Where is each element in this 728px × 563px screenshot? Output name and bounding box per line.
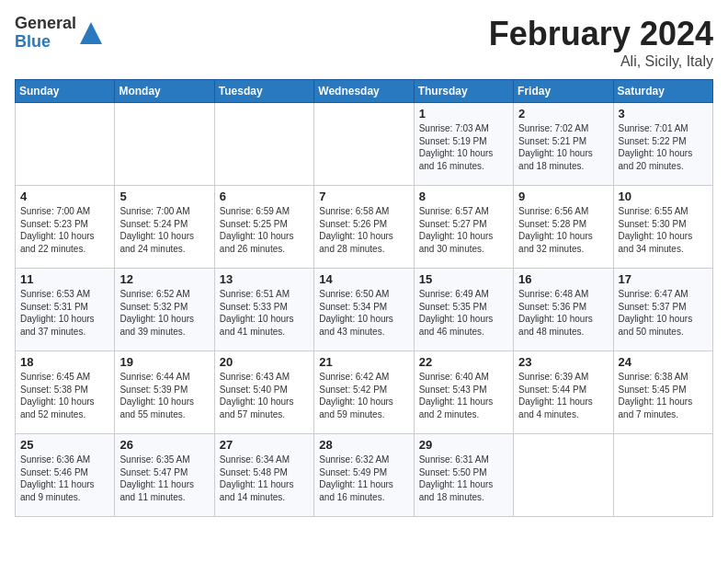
calendar-cell [214,103,313,186]
cell-content: Sunrise: 6:53 AM Sunset: 5:31 PM Dayligh… [20,288,109,338]
calendar-cell: 26Sunrise: 6:35 AM Sunset: 5:47 PM Dayli… [115,434,214,517]
calendar-cell: 8Sunrise: 6:57 AM Sunset: 5:27 PM Daylig… [414,186,513,269]
day-number: 22 [419,355,508,369]
svg-marker-0 [80,22,102,44]
calendar-cell: 28Sunrise: 6:32 AM Sunset: 5:49 PM Dayli… [314,434,414,517]
day-number: 10 [619,190,708,203]
logo-blue: Blue [15,33,76,52]
calendar-cell: 10Sunrise: 6:55 AM Sunset: 5:30 PM Dayli… [613,186,712,269]
calendar-week-row: 11Sunrise: 6:53 AM Sunset: 5:31 PM Dayli… [16,269,713,351]
calendar-cell: 12Sunrise: 6:52 AM Sunset: 5:32 PM Dayli… [115,269,214,351]
month-year-title: February 2024 [489,15,713,53]
logo-text: General Blue [15,15,76,52]
day-number: 3 [619,107,708,121]
calendar-cell: 22Sunrise: 6:40 AM Sunset: 5:43 PM Dayli… [414,351,513,434]
day-number: 24 [619,355,708,369]
day-number: 2 [518,107,608,121]
cell-content: Sunrise: 6:44 AM Sunset: 5:39 PM Dayligh… [119,371,209,420]
location-subtitle: Ali, Sicily, Italy [489,53,713,70]
calendar-cell: 18Sunrise: 6:45 AM Sunset: 5:38 PM Dayli… [16,351,115,434]
cell-content: Sunrise: 6:51 AM Sunset: 5:33 PM Dayligh… [220,288,309,338]
day-of-week-header: Saturday [613,80,712,103]
day-number: 9 [518,190,608,203]
calendar-week-row: 25Sunrise: 6:36 AM Sunset: 5:46 PM Dayli… [16,434,713,517]
calendar-cell [115,103,214,186]
calendar-cell: 24Sunrise: 6:38 AM Sunset: 5:45 PM Dayli… [613,351,712,434]
day-number: 21 [319,355,408,369]
header-row: SundayMondayTuesdayWednesdayThursdayFrid… [16,80,713,103]
day-number: 13 [220,272,309,286]
cell-content: Sunrise: 6:52 AM Sunset: 5:32 PM Dayligh… [119,288,209,338]
cell-content: Sunrise: 6:47 AM Sunset: 5:37 PM Dayligh… [619,288,708,338]
cell-content: Sunrise: 7:00 AM Sunset: 5:24 PM Dayligh… [119,205,209,255]
calendar-cell: 14Sunrise: 6:50 AM Sunset: 5:34 PM Dayli… [314,269,414,351]
calendar-cell: 23Sunrise: 6:39 AM Sunset: 5:44 PM Dayli… [514,351,613,434]
calendar-week-row: 4Sunrise: 7:00 AM Sunset: 5:23 PM Daylig… [16,186,713,269]
cell-content: Sunrise: 6:31 AM Sunset: 5:50 PM Dayligh… [419,454,508,503]
day-of-week-header: Tuesday [214,80,313,103]
day-of-week-header: Wednesday [314,80,414,103]
calendar-cell [16,103,115,186]
day-number: 25 [20,438,109,452]
cell-content: Sunrise: 6:43 AM Sunset: 5:40 PM Dayligh… [220,371,309,420]
page-header: General Blue February 2024 Ali, Sicily, … [15,15,713,70]
calendar-cell: 16Sunrise: 6:48 AM Sunset: 5:36 PM Dayli… [514,269,613,351]
logo: General Blue [15,15,104,52]
calendar-table: SundayMondayTuesdayWednesdayThursdayFrid… [15,79,713,517]
calendar-cell: 17Sunrise: 6:47 AM Sunset: 5:37 PM Dayli… [613,269,712,351]
calendar-cell: 29Sunrise: 6:31 AM Sunset: 5:50 PM Dayli… [414,434,513,517]
calendar-header: SundayMondayTuesdayWednesdayThursdayFrid… [16,80,713,103]
cell-content: Sunrise: 6:39 AM Sunset: 5:44 PM Dayligh… [518,371,608,420]
calendar-cell: 5Sunrise: 7:00 AM Sunset: 5:24 PM Daylig… [115,186,214,269]
day-of-week-header: Thursday [414,80,513,103]
day-number: 6 [220,190,309,203]
calendar-week-row: 18Sunrise: 6:45 AM Sunset: 5:38 PM Dayli… [16,351,713,434]
calendar-cell [514,434,613,517]
cell-content: Sunrise: 7:01 AM Sunset: 5:22 PM Dayligh… [619,122,708,172]
cell-content: Sunrise: 6:49 AM Sunset: 5:35 PM Dayligh… [419,288,508,338]
day-of-week-header: Sunday [16,80,115,103]
calendar-body: 1Sunrise: 7:03 AM Sunset: 5:19 PM Daylig… [16,103,713,517]
day-of-week-header: Friday [514,80,613,103]
calendar-cell: 25Sunrise: 6:36 AM Sunset: 5:46 PM Dayli… [16,434,115,517]
logo-icon [78,20,104,46]
day-number: 27 [220,438,309,452]
cell-content: Sunrise: 6:38 AM Sunset: 5:45 PM Dayligh… [619,371,708,420]
day-number: 4 [20,190,109,203]
day-number: 1 [419,107,508,121]
day-number: 7 [319,190,408,203]
day-number: 19 [119,355,209,369]
day-number: 5 [119,190,209,203]
calendar-cell: 19Sunrise: 6:44 AM Sunset: 5:39 PM Dayli… [115,351,214,434]
title-block: February 2024 Ali, Sicily, Italy [489,15,713,70]
cell-content: Sunrise: 6:35 AM Sunset: 5:47 PM Dayligh… [119,454,209,503]
day-number: 26 [119,438,209,452]
cell-content: Sunrise: 6:40 AM Sunset: 5:43 PM Dayligh… [419,371,508,420]
cell-content: Sunrise: 6:57 AM Sunset: 5:27 PM Dayligh… [419,205,508,255]
calendar-cell [613,434,712,517]
calendar-cell: 15Sunrise: 6:49 AM Sunset: 5:35 PM Dayli… [414,269,513,351]
cell-content: Sunrise: 6:55 AM Sunset: 5:30 PM Dayligh… [619,205,708,255]
day-number: 18 [20,355,109,369]
calendar-cell: 11Sunrise: 6:53 AM Sunset: 5:31 PM Dayli… [16,269,115,351]
day-number: 17 [619,272,708,286]
day-number: 14 [319,272,408,286]
logo-general: General [15,15,76,33]
cell-content: Sunrise: 6:42 AM Sunset: 5:42 PM Dayligh… [319,371,408,420]
calendar-cell: 7Sunrise: 6:58 AM Sunset: 5:26 PM Daylig… [314,186,414,269]
day-number: 29 [419,438,508,452]
calendar-cell: 13Sunrise: 6:51 AM Sunset: 5:33 PM Dayli… [214,269,313,351]
cell-content: Sunrise: 7:02 AM Sunset: 5:21 PM Dayligh… [518,122,608,172]
calendar-cell: 1Sunrise: 7:03 AM Sunset: 5:19 PM Daylig… [414,103,513,186]
calendar-cell [314,103,414,186]
day-number: 23 [518,355,608,369]
calendar-cell: 6Sunrise: 6:59 AM Sunset: 5:25 PM Daylig… [214,186,313,269]
calendar-cell: 2Sunrise: 7:02 AM Sunset: 5:21 PM Daylig… [514,103,613,186]
calendar-cell: 21Sunrise: 6:42 AM Sunset: 5:42 PM Dayli… [314,351,414,434]
cell-content: Sunrise: 6:59 AM Sunset: 5:25 PM Dayligh… [220,205,309,255]
day-number: 16 [518,272,608,286]
cell-content: Sunrise: 6:34 AM Sunset: 5:48 PM Dayligh… [220,454,309,503]
cell-content: Sunrise: 7:03 AM Sunset: 5:19 PM Dayligh… [419,122,508,172]
cell-content: Sunrise: 6:32 AM Sunset: 5:49 PM Dayligh… [319,454,408,503]
cell-content: Sunrise: 6:36 AM Sunset: 5:46 PM Dayligh… [20,454,109,503]
